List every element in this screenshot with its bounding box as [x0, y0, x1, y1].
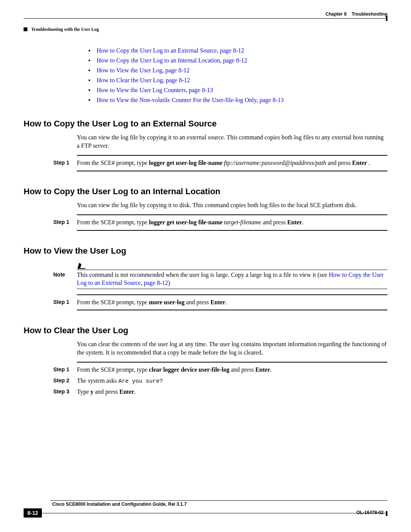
command-bold: logger get user-log file-name [149, 219, 222, 225]
toc-list: •How to Copy the User Log to an External… [88, 47, 387, 104]
bullet-icon: • [88, 67, 97, 74]
page-footer: Cisco SCE8000 Installation and Configura… [24, 500, 387, 518]
divider [77, 362, 387, 363]
command-bold: clear logger device user-file-log [149, 366, 229, 373]
command-arg: ftp://username:password@ipaddress/path [223, 160, 327, 166]
step-text: From the SCE# prompt, type logger get us… [77, 159, 387, 167]
text: From the SCE# prompt, type [77, 160, 149, 166]
step-label: Step 3 [53, 388, 77, 396]
note-rule [77, 289, 387, 289]
step-row: Step 1 From the SCE# prompt, type logger… [53, 218, 387, 227]
step-text: From the SCE# prompt, type more user-log… [77, 298, 387, 307]
step-label: Step 2 [53, 377, 77, 385]
header-chapter: Chapter 8 Troubleshooting [325, 11, 387, 17]
note-rule [77, 270, 387, 270]
text: ) [168, 280, 170, 286]
footer-doc-id: OL-16478-02 [357, 510, 384, 515]
step-text: From the SCE# prompt, type clear logger … [77, 366, 387, 374]
step-text: The system asks Are you sure? [77, 377, 387, 385]
toc-item: •How to View the User Log Counters, page… [88, 87, 387, 94]
page-header: Chapter 8 Troubleshooting [24, 11, 387, 17]
footer-bottom-row: 8-12 OL-16478-02 [24, 508, 387, 518]
header-rule-wrap: Troubleshooting with the User Log [24, 18, 387, 19]
rule-end-marker [386, 511, 387, 516]
step-row: Step 1 From the SCE# prompt, type logger… [53, 159, 387, 167]
text: From the SCE# prompt, type [77, 366, 149, 373]
note-text: This command is not recommended when the… [77, 271, 387, 287]
heading-copy-internal: How to Copy the User Log to an Internal … [24, 187, 387, 197]
intro-copy-external: You can view the log file by copying it … [77, 133, 387, 150]
svg-marker-0 [78, 263, 81, 269]
text: From the SCE# prompt, type [77, 219, 149, 225]
toc-item: •How to View the Non-volatile Counter Fo… [88, 97, 387, 104]
footer-rule-top [50, 500, 387, 501]
step-row: Step 3 Type y and press Enter. [53, 388, 387, 396]
text: and press [94, 388, 119, 395]
svg-rect-1 [78, 268, 85, 269]
intro-copy-internal: You can view the log file by copying it … [77, 201, 387, 209]
section-marker-icon [24, 27, 27, 31]
section-breadcrumb: Troubleshooting with the User Log [31, 27, 99, 32]
command-bold: more user-log [149, 299, 185, 305]
key-enter: Enter [210, 299, 225, 305]
toc-link[interactable]: How to Copy the User Log to an External … [97, 47, 244, 54]
note-label: Note [53, 271, 77, 287]
text: This command is not recommended when the… [77, 272, 329, 278]
heading-clear-log: How to Clear the User Log [24, 326, 387, 335]
prompt-mono: Are you sure? [118, 378, 163, 385]
divider [77, 230, 387, 231]
step-text: Type y and press Enter. [77, 388, 387, 396]
divider [77, 214, 387, 215]
divider [77, 155, 387, 156]
toc-item: •How to Copy the User Log to an Internal… [88, 57, 387, 64]
text: Type [77, 388, 91, 395]
chapter-label: Chapter 8 [325, 11, 346, 17]
bullet-icon: • [88, 77, 97, 84]
text: and press [185, 299, 210, 305]
text: . [225, 299, 227, 305]
key-enter: Enter [119, 388, 134, 395]
key-enter: Enter [352, 160, 367, 166]
rule-end-marker [386, 16, 387, 21]
text: The system asks [77, 377, 118, 384]
step-label: Step 1 [53, 218, 77, 227]
text: . [270, 366, 272, 373]
divider [77, 310, 387, 310]
toc-link[interactable]: How to View the Non-volatile Counter For… [97, 97, 284, 103]
step-row: Step 1 From the SCE# prompt, type clear … [53, 366, 387, 374]
text: and press [261, 219, 287, 225]
toc-link[interactable]: How to View the User Log Counters, page … [97, 87, 213, 93]
note-row: Note This command is not recommended whe… [53, 271, 387, 287]
bullet-icon: • [88, 47, 97, 54]
heading-copy-external: How to Copy the User Log to an External … [24, 119, 387, 129]
footer-rule-bottom [42, 513, 387, 513]
toc-link[interactable]: How to Clear the User Log, page 8-12 [97, 77, 190, 83]
pencil-note-icon [77, 260, 87, 270]
toc-link[interactable]: How to Copy the User Log to an Internal … [97, 57, 247, 64]
heading-view-log: How to View the User Log [24, 246, 387, 256]
text: and press [229, 366, 255, 373]
text: . [302, 219, 304, 225]
page: Chapter 8 Troubleshooting Troubleshootin… [0, 0, 411, 532]
step-row: Step 1 From the SCE# prompt, type more u… [53, 298, 387, 307]
toc-item: •How to View the User Log, page 8-12 [88, 67, 387, 74]
chapter-title: Troubleshooting [352, 11, 387, 17]
bullet-icon: • [88, 87, 97, 94]
command-bold: logger get user-log file-name [149, 160, 222, 166]
step-label: Step 1 [53, 298, 77, 307]
toc-item: •How to Clear the User Log, page 8-12 [88, 77, 387, 84]
header-rule [24, 18, 387, 19]
step-text: From the SCE# prompt, type logger get us… [77, 218, 387, 227]
divider [77, 294, 387, 295]
toc-link[interactable]: How to View the User Log, page 8-12 [97, 67, 190, 73]
command-arg: target-filename [223, 219, 261, 225]
text: . [367, 160, 370, 166]
toc-item: •How to Copy the User Log to an External… [88, 47, 387, 54]
key-enter: Enter [287, 219, 302, 225]
step-label: Step 1 [53, 366, 77, 374]
text: . [134, 388, 136, 395]
text: and press [328, 160, 352, 166]
command-bold: y [91, 388, 94, 395]
bullet-icon: • [88, 97, 97, 104]
footer-book-title: Cisco SCE8000 Installation and Configura… [52, 502, 387, 507]
